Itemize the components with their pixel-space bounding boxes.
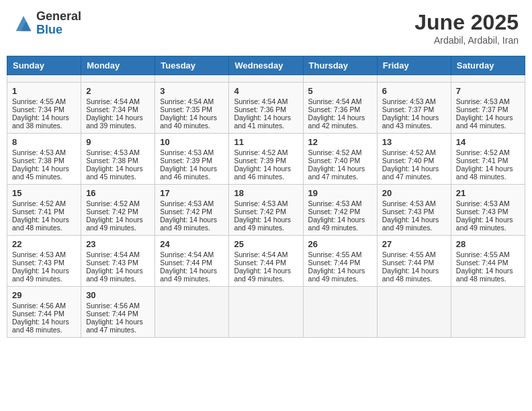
calendar-day-cell: 25Sunrise: 4:54 AMSunset: 7:44 PMDayligh…	[229, 236, 303, 287]
location-title: Ardabil, Ardabil, Iran	[414, 35, 519, 46]
logo-icon	[13, 13, 34, 34]
logo: General Blue	[13, 10, 81, 37]
daylight-text: Daylight: 14 hours and 46 minutes.	[160, 165, 217, 181]
calendar-day-cell: 9Sunrise: 4:53 AMSunset: 7:38 PMDaylight…	[81, 134, 155, 185]
calendar-day-cell: 5Sunrise: 4:54 AMSunset: 7:36 PMDaylight…	[303, 83, 377, 134]
daylight-text: Daylight: 14 hours and 41 minutes.	[234, 113, 291, 130]
sunrise-text: Sunrise: 4:53 AM	[308, 199, 362, 208]
calendar-header-wednesday: Wednesday	[229, 56, 303, 75]
day-number: 25	[234, 239, 298, 249]
calendar-day-cell	[303, 75, 377, 83]
sunset-text: Sunset: 7:42 PM	[308, 208, 361, 216]
daylight-text: Daylight: 14 hours and 46 minutes.	[234, 165, 291, 181]
sunset-text: Sunset: 7:44 PM	[160, 259, 212, 267]
calendar-table: SundayMondayTuesdayWednesdayThursdayFrid…	[7, 56, 525, 338]
calendar-day-cell: 11Sunrise: 4:52 AMSunset: 7:39 PMDayligh…	[229, 134, 303, 185]
sunrise-text: Sunrise: 4:54 AM	[234, 97, 287, 105]
calendar-day-cell: 30Sunrise: 4:56 AMSunset: 7:44 PMDayligh…	[81, 287, 155, 338]
sunrise-text: Sunrise: 4:53 AM	[456, 97, 510, 105]
day-number: 10	[160, 137, 224, 147]
sunset-text: Sunset: 7:36 PM	[234, 105, 286, 113]
daylight-text: Daylight: 14 hours and 49 minutes.	[234, 216, 291, 232]
daylight-text: Daylight: 14 hours and 42 minutes.	[308, 113, 365, 130]
daylight-text: Daylight: 14 hours and 49 minutes.	[382, 216, 439, 232]
calendar-day-cell: 27Sunrise: 4:55 AMSunset: 7:44 PMDayligh…	[377, 236, 451, 287]
sunset-text: Sunset: 7:40 PM	[308, 156, 361, 165]
daylight-text: Daylight: 14 hours and 38 minutes.	[12, 113, 69, 130]
calendar-day-cell: 18Sunrise: 4:53 AMSunset: 7:42 PMDayligh…	[229, 185, 303, 236]
day-number: 2	[86, 86, 150, 96]
calendar-day-cell: 13Sunrise: 4:52 AMSunset: 7:40 PMDayligh…	[377, 134, 451, 185]
calendar-day-cell: 16Sunrise: 4:52 AMSunset: 7:42 PMDayligh…	[81, 185, 155, 236]
daylight-text: Daylight: 14 hours and 49 minutes.	[308, 216, 365, 232]
calendar-day-cell: 28Sunrise: 4:55 AMSunset: 7:44 PMDayligh…	[451, 236, 525, 287]
calendar-header-sunday: Sunday	[7, 56, 81, 75]
daylight-text: Daylight: 14 hours and 49 minutes.	[160, 267, 217, 283]
sunset-text: Sunset: 7:41 PM	[12, 208, 64, 216]
day-number: 8	[12, 137, 76, 147]
sunset-text: Sunset: 7:38 PM	[86, 156, 138, 165]
sunrise-text: Sunrise: 4:55 AM	[456, 250, 510, 259]
calendar-day-cell	[377, 287, 451, 338]
calendar-day-cell	[377, 75, 451, 83]
calendar-day-cell	[303, 287, 377, 338]
day-number: 30	[86, 290, 150, 300]
calendar-day-cell: 26Sunrise: 4:55 AMSunset: 7:44 PMDayligh…	[303, 236, 377, 287]
day-number: 4	[234, 86, 298, 96]
day-number: 5	[308, 86, 372, 96]
calendar-day-cell: 3Sunrise: 4:54 AMSunset: 7:35 PMDaylight…	[155, 83, 229, 134]
day-number: 15	[12, 188, 76, 198]
sunset-text: Sunset: 7:44 PM	[382, 259, 435, 267]
daylight-text: Daylight: 14 hours and 49 minutes.	[308, 267, 365, 283]
sunset-text: Sunset: 7:43 PM	[456, 208, 508, 216]
sunset-text: Sunset: 7:34 PM	[86, 105, 138, 113]
daylight-text: Daylight: 14 hours and 45 minutes.	[86, 165, 143, 181]
logo-blue-text: Blue	[36, 24, 81, 37]
sunrise-text: Sunrise: 4:54 AM	[308, 97, 362, 105]
day-number: 13	[382, 137, 446, 147]
day-number: 28	[456, 239, 520, 249]
calendar-day-cell: 19Sunrise: 4:53 AMSunset: 7:42 PMDayligh…	[303, 185, 377, 236]
calendar-day-cell: 10Sunrise: 4:53 AMSunset: 7:39 PMDayligh…	[155, 134, 229, 185]
day-number: 6	[382, 86, 446, 96]
calendar-header-monday: Monday	[81, 56, 155, 75]
sunset-text: Sunset: 7:44 PM	[234, 259, 286, 267]
calendar-day-cell	[451, 287, 525, 338]
calendar-header-friday: Friday	[377, 56, 451, 75]
sunrise-text: Sunrise: 4:54 AM	[86, 97, 140, 105]
daylight-text: Daylight: 14 hours and 48 minutes.	[12, 216, 69, 232]
calendar-day-cell: 17Sunrise: 4:53 AMSunset: 7:42 PMDayligh…	[155, 185, 229, 236]
daylight-text: Daylight: 14 hours and 49 minutes.	[12, 267, 69, 283]
calendar-day-cell: 1Sunrise: 4:55 AMSunset: 7:34 PMDaylight…	[7, 83, 81, 134]
daylight-text: Daylight: 14 hours and 49 minutes.	[86, 267, 143, 283]
calendar-week-row: 15Sunrise: 4:52 AMSunset: 7:41 PMDayligh…	[7, 185, 525, 236]
calendar-header-row: SundayMondayTuesdayWednesdayThursdayFrid…	[7, 56, 525, 75]
calendar-day-cell: 12Sunrise: 4:52 AMSunset: 7:40 PMDayligh…	[303, 134, 377, 185]
day-number: 23	[86, 239, 150, 249]
calendar-day-cell	[155, 75, 229, 83]
calendar-day-cell: 4Sunrise: 4:54 AMSunset: 7:36 PMDaylight…	[229, 83, 303, 134]
sunset-text: Sunset: 7:42 PM	[234, 208, 286, 216]
calendar-header-tuesday: Tuesday	[155, 56, 229, 75]
page-header: General Blue June 2025 Ardabil, Ardabil,…	[7, 7, 525, 49]
title-block: June 2025 Ardabil, Ardabil, Iran	[414, 10, 519, 46]
sunset-text: Sunset: 7:37 PM	[382, 105, 435, 113]
calendar-day-cell	[81, 75, 155, 83]
sunset-text: Sunset: 7:43 PM	[382, 208, 435, 216]
sunrise-text: Sunrise: 4:53 AM	[382, 97, 436, 105]
sunset-text: Sunset: 7:34 PM	[12, 105, 64, 113]
day-number: 29	[12, 290, 76, 300]
daylight-text: Daylight: 14 hours and 40 minutes.	[160, 113, 217, 130]
sunrise-text: Sunrise: 4:53 AM	[382, 199, 436, 208]
sunrise-text: Sunrise: 4:52 AM	[382, 148, 436, 156]
day-number: 12	[308, 137, 372, 147]
day-number: 20	[382, 188, 446, 198]
calendar-week-row	[7, 75, 525, 83]
sunset-text: Sunset: 7:44 PM	[308, 259, 361, 267]
logo-general-text: General	[36, 10, 81, 24]
sunset-text: Sunset: 7:39 PM	[160, 156, 212, 165]
sunset-text: Sunset: 7:40 PM	[382, 156, 435, 165]
daylight-text: Daylight: 14 hours and 48 minutes.	[12, 318, 69, 334]
sunset-text: Sunset: 7:42 PM	[160, 208, 212, 216]
daylight-text: Daylight: 14 hours and 49 minutes.	[86, 216, 143, 232]
